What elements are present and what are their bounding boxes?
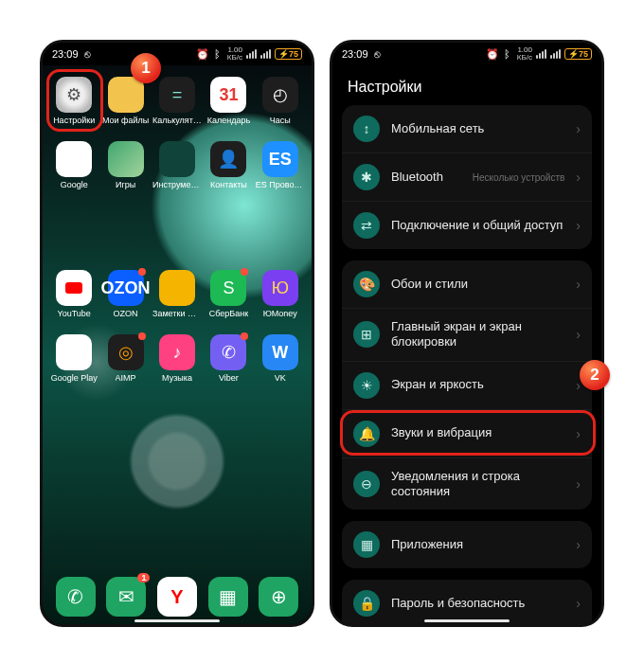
- settings-group-connectivity: ↕Мобильная сеть›✱BluetoothНесколько устр…: [342, 105, 592, 249]
- app-заметки-g-[interactable]: Заметки G…: [152, 266, 203, 331]
- settings-row-приложения[interactable]: ▦Приложения›: [342, 521, 592, 568]
- settings-row-уведомления-и-строка-состояния[interactable]: ⊖Уведомления и строка состояния›: [342, 457, 592, 511]
- badge-count: 1: [137, 573, 150, 582]
- settings-row-экран-и-яркость[interactable]: ☀Экран и яркость›: [342, 361, 592, 409]
- dock-phone[interactable]: ✆: [56, 577, 96, 617]
- dock-apps[interactable]: ▦: [208, 577, 248, 617]
- dock-yandex[interactable]: Y: [157, 577, 197, 617]
- settings-row-обои-и-стили[interactable]: 🎨Обои и стили›: [342, 260, 592, 308]
- tools-icon: [159, 141, 195, 177]
- folder-icon: [108, 77, 144, 113]
- notif-icon: ⎋: [372, 48, 384, 60]
- settings-row-звуки-и-вибрация[interactable]: 🔔Звуки и вибрация›: [342, 409, 592, 457]
- bluetooth-icon: ᛒ: [212, 48, 224, 60]
- settings-group-display: 🎨Обои и стили›⊞Главный экран и экран бло…: [342, 260, 592, 510]
- callout-badge-2: 2: [580, 360, 610, 390]
- notification-dot: [138, 332, 146, 340]
- app-label: VK: [275, 374, 286, 384]
- chevron-right-icon: ›: [576, 596, 581, 611]
- app-инструмен-[interactable]: Инструмен…: [152, 137, 203, 202]
- app-label: Контакты: [210, 181, 247, 190]
- app-часы[interactable]: ◴Часы: [255, 73, 306, 137]
- settings-row-bluetooth[interactable]: ✱BluetoothНесколько устройств›: [342, 152, 592, 201]
- row-label: Звуки и вибрация: [391, 425, 564, 440]
- app-es-провод-[interactable]: ESES Провод…: [255, 137, 306, 202]
- app-юmoney[interactable]: ЮЮMoney: [255, 266, 306, 331]
- row-icon: 🎨: [353, 271, 380, 297]
- phone-home-screen: 23:09 ⎋ ⏰ ᛒ 1.00КБ/с ⚡75 ⚙НастройкиМои ф…: [40, 40, 314, 627]
- row-icon: ☀: [353, 372, 380, 399]
- app-youtube[interactable]: YouTube: [48, 266, 99, 331]
- app-календарь[interactable]: 31Календарь: [203, 73, 254, 137]
- ozon-icon: OZON: [108, 270, 144, 306]
- nav-handle[interactable]: [424, 619, 510, 622]
- chevron-right-icon: ›: [576, 476, 581, 492]
- calendar-icon: 31: [210, 77, 246, 113]
- phone-settings-screen: 23:09 ⎋ ⏰ ᛒ 1.00КБ/с ⚡75 Настройки ↕Моби…: [330, 40, 604, 627]
- app-игры[interactable]: Игры: [99, 137, 151, 202]
- row-icon: 🔔: [353, 421, 380, 447]
- row-icon: ✱: [353, 164, 380, 190]
- dock-browser[interactable]: ⊕: [259, 577, 298, 617]
- app-калькулят-[interactable]: =Калькулят…: [152, 73, 203, 137]
- google-icon: [56, 141, 92, 177]
- netspeed: 1.00КБ/с: [517, 46, 532, 62]
- chevron-right-icon: ›: [576, 218, 581, 233]
- app-viber[interactable]: ✆Viber: [203, 331, 254, 395]
- app-label: Мои файлы: [102, 116, 149, 126]
- row-label: Приложения: [391, 537, 564, 552]
- battery-indicator: ⚡75: [275, 48, 302, 60]
- app-label: Google Play: [51, 374, 98, 384]
- settings-row-главный-экран-и-экран-блокиров[interactable]: ⊞Главный экран и экран блокировки›: [342, 308, 592, 361]
- app-label: Калькулят…: [152, 116, 202, 126]
- app-ozon[interactable]: OZONOZON: [99, 266, 151, 331]
- app-vk[interactable]: WVK: [255, 331, 306, 395]
- row-icon: ↕: [353, 116, 380, 142]
- notification-dot: [138, 268, 146, 276]
- row-subtitle: Несколько устройств: [473, 172, 565, 183]
- app-label: Viber: [219, 374, 239, 384]
- signal-icon: [246, 49, 257, 59]
- row-label: Пароль и безопасность: [391, 596, 564, 611]
- row-label: Экран и яркость: [391, 377, 564, 392]
- app-label: OZON: [114, 310, 138, 319]
- nav-handle[interactable]: [134, 619, 220, 622]
- battery-indicator: ⚡75: [564, 48, 592, 60]
- row-label: Уведомления и строка состояния: [391, 469, 564, 500]
- app-настройки[interactable]: ⚙Настройки: [48, 73, 99, 137]
- chevron-right-icon: ›: [576, 277, 581, 292]
- settings-list[interactable]: ↕Мобильная сеть›✱BluetoothНесколько устр…: [332, 105, 601, 627]
- notes-icon: [159, 270, 195, 306]
- status-bar: 23:09 ⎋ ⏰ ᛒ 1.00КБ/с ⚡75: [332, 43, 601, 65]
- signal-icon: [536, 49, 546, 59]
- notification-dot: [241, 332, 248, 340]
- dock: ✆ ✉1 Y ▦ ⊕: [43, 577, 312, 617]
- row-label: Главный экран и экран блокировки: [391, 319, 564, 350]
- yoo-icon: Ю: [262, 270, 298, 306]
- settings-row-мобильная-сеть[interactable]: ↕Мобильная сеть›: [342, 105, 592, 152]
- clock-icon: ◴: [262, 77, 298, 113]
- app-label: Настройки: [53, 116, 95, 126]
- chevron-right-icon: ›: [576, 327, 581, 342]
- signal-icon-2: [260, 49, 271, 59]
- status-time: 23:09: [52, 48, 79, 60]
- app-label: Google: [61, 181, 88, 190]
- app-контакты[interactable]: 👤Контакты: [203, 137, 254, 202]
- app-музыка[interactable]: ♪Музыка: [152, 331, 203, 395]
- notif-icon: ⎋: [82, 48, 94, 60]
- app-aimp[interactable]: ◎AIMP: [99, 331, 151, 395]
- app-label: СберБанк: [209, 310, 248, 319]
- app-label: AIMP: [116, 374, 136, 384]
- app-google[interactable]: Google: [48, 137, 99, 202]
- youtube-icon: [56, 270, 92, 306]
- app-google-play[interactable]: ▶Google Play: [48, 331, 99, 395]
- settings-row-подключение-и-общий-доступ[interactable]: ⇄Подключение и общий доступ›: [342, 201, 592, 249]
- dock-messages[interactable]: ✉1: [106, 577, 146, 617]
- app-сбербанк[interactable]: SСберБанк: [203, 266, 254, 331]
- sber-icon: S: [210, 270, 246, 306]
- app-label: ЮMoney: [263, 310, 297, 319]
- aimp-icon: ◎: [108, 334, 144, 370]
- app-grid: ⚙НастройкиМои файлы=Калькулят…31Календар…: [43, 65, 312, 395]
- chevron-right-icon: ›: [576, 170, 581, 185]
- music-icon: ♪: [159, 334, 195, 370]
